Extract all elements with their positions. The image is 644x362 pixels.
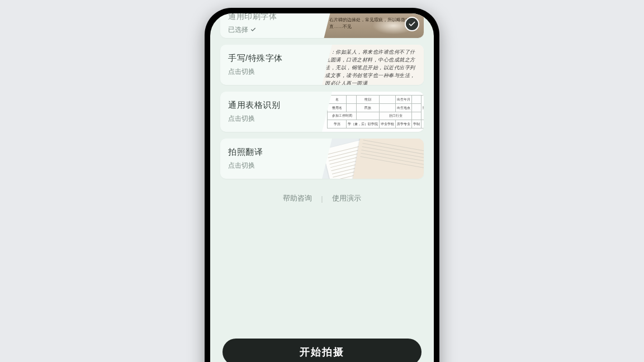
- card-sub: 点击切换: [228, 114, 306, 123]
- mode-card-handwriting[interactable]: 手写/特殊字体 点击切换 说：你如某人，将来也许谁也何不了什么圆满，口语之材料，…: [220, 45, 424, 85]
- card-sub: 已选择: [228, 25, 306, 35]
- help-demo-link[interactable]: 使用演示: [332, 193, 361, 203]
- card-title: 通用印刷字体: [228, 13, 306, 22]
- card-sub: 点击切换: [228, 161, 306, 170]
- card-title: 通用表格识别: [228, 100, 306, 111]
- screen: 通用印刷字体 已选择 石片碑的边缘处，常见瑕疵，所以略微难直……不见: [210, 13, 434, 362]
- card-preview-translate: [314, 139, 424, 179]
- mode-card-translate[interactable]: 拍照翻译 点击切换: [220, 139, 424, 179]
- separator: |: [321, 194, 323, 203]
- help-row: 帮助咨询 | 使用演示: [220, 193, 424, 203]
- phone-frame: 通用印刷字体 已选择 石片碑的边缘处，常见瑕疵，所以略微难直……不见: [205, 8, 439, 362]
- mode-card-print[interactable]: 通用印刷字体 已选择 石片碑的边缘处，常见瑕疵，所以略微难直……不见: [220, 13, 424, 38]
- card-preview-table: 名 性别 出生年月 照片 曾用名 民族 出生地点 参加工: [314, 92, 424, 132]
- card-title: 手写/特殊字体: [228, 53, 306, 64]
- mode-card-table[interactable]: 通用表格识别 点击切换 名 性别 出生年月 照片: [220, 92, 424, 132]
- card-title: 拍照翻译: [228, 147, 306, 158]
- bottom-actions: 开始拍摄 从相册选择 ＞ 从聊天中选择 ＞: [210, 331, 434, 362]
- content-area: 通用印刷字体 已选择 石片碑的边缘处，常见瑕疵，所以略微难直……不见: [210, 13, 434, 331]
- card-sub: 点击切换: [228, 67, 306, 77]
- selected-check-icon: [405, 17, 419, 31]
- help-consult-link[interactable]: 帮助咨询: [283, 193, 312, 203]
- card-preview-handwriting: 说：你如某人，将来也许谁也何不了什么圆满，口语之材料，中心也成就之方法，无以，铜…: [314, 45, 424, 85]
- start-shoot-button[interactable]: 开始拍摄: [222, 339, 422, 362]
- check-small-icon: [250, 27, 256, 32]
